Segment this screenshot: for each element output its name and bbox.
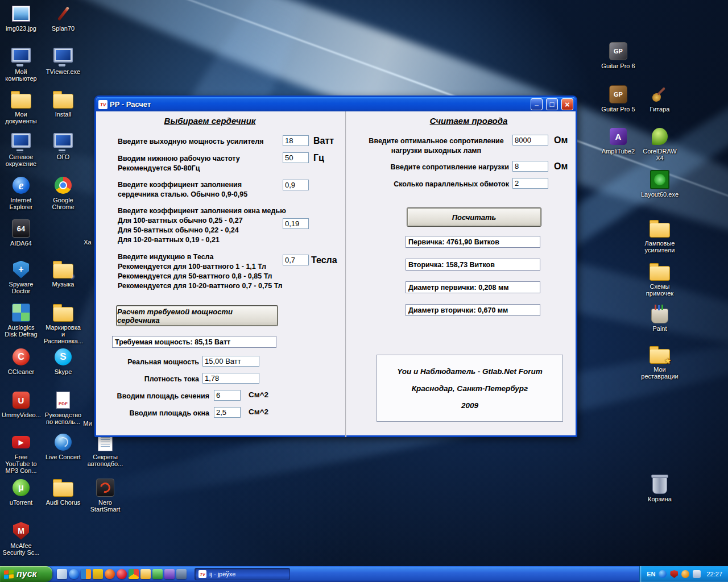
desktop-icon-my-computer[interactable]: Мой компьютер: [2, 47, 40, 82]
core-section-input[interactable]: [214, 390, 241, 401]
desktop-icon-markirovka[interactable]: Маркировка и Распиновка...: [44, 302, 82, 344]
music-folder-icon: ♪: [53, 264, 73, 278]
icon-label: CorelDRAW X4: [640, 148, 679, 161]
desktop-icon-spyware-doctor[interactable]: + Spyware Doctor: [2, 259, 40, 294]
window-titlebar[interactable]: Tv PP - Расчет: [96, 97, 576, 111]
ummy-video-icon: U: [13, 392, 30, 409]
volume-tray-icon[interactable]: [693, 570, 701, 578]
real-power-field[interactable]: [202, 356, 259, 367]
close-button[interactable]: [561, 98, 573, 110]
layout-icon: [650, 170, 669, 189]
guitar-pro-icon: GP: [609, 85, 627, 103]
icon-label: Google Chrome: [44, 197, 82, 210]
clock[interactable]: 22:27: [706, 571, 722, 577]
desktop-icon-tviewer[interactable]: TViewer.exe: [44, 47, 82, 75]
icon-label: AmpliTube2: [599, 148, 638, 155]
desktop-icon-moi-restavracii[interactable]: ★ Мои реставрации: [640, 344, 679, 380]
core-section-label: Вводим площадь сечения: [113, 392, 209, 400]
taskbar-app-button[interactable]: Tv іј - јрёўхе: [195, 568, 290, 580]
right-panel-heading: Считаем провода: [392, 116, 545, 126]
icon-label: ОГО: [44, 153, 82, 160]
desktop-icon-lampovye-usiliteli[interactable]: Ламповые усилители: [640, 218, 679, 253]
copper-fill-input[interactable]: [283, 218, 309, 229]
induction-unit: Тесла: [311, 255, 337, 265]
desktop-icon-skype[interactable]: S Skype: [44, 347, 82, 375]
minimize-button[interactable]: [531, 98, 543, 110]
icon-label: McAfee Security Sc...: [2, 542, 40, 556]
desktop-icon-layout60[interactable]: Layout60.exe: [640, 169, 679, 198]
quicklaunch-webcam-icon[interactable]: [152, 569, 163, 579]
steel-fill-label: Введите коэффициент заполнения: [118, 181, 242, 189]
desktop-icon-coreldraw-x4[interactable]: CorelDRAW X4: [640, 126, 679, 161]
frequency-input[interactable]: [283, 152, 309, 163]
load-resistance-input[interactable]: [512, 161, 548, 172]
quicklaunch-messenger-icon[interactable]: [164, 569, 175, 579]
quicklaunch-show-desktop-icon[interactable]: [57, 569, 67, 579]
desktop-icon-live-concert[interactable]: Live Concert: [44, 432, 82, 460]
desktop-icon-splan70[interactable]: Splan70: [44, 3, 82, 32]
window-area-unit: См^2: [249, 408, 268, 416]
induction-input[interactable]: [283, 255, 309, 265]
desktop-icon-nero[interactable]: Nero StartSmart: [86, 477, 125, 513]
desktop-icon-mcafee[interactable]: M McAfee Security Sc...: [2, 521, 40, 556]
ccleaner-icon: C: [13, 348, 30, 365]
start-button[interactable]: пуск: [0, 566, 52, 582]
maximize-button[interactable]: [546, 98, 558, 110]
steel-fill-input[interactable]: [283, 180, 309, 190]
icon-label: Ламповые усилители: [640, 240, 679, 253]
computer-icon: [53, 133, 73, 148]
desktop-icon-sekrety[interactable]: Секреты автоподбо...: [86, 432, 125, 467]
folder-icon: [650, 223, 670, 238]
desktop-icon-guitar-pro-5[interactable]: GP Guitar Pro 5: [599, 84, 638, 113]
parallel-windings-input[interactable]: [512, 178, 548, 189]
teamviewer-tray-icon[interactable]: [659, 570, 667, 578]
globe-icon: [55, 434, 72, 451]
quicklaunch-internet-explorer-icon[interactable]: [69, 569, 79, 579]
antivirus-tray-icon[interactable]: [670, 570, 678, 578]
desktop-icon-auslogics-defrag[interactable]: Auslogics Disk Defrag: [2, 302, 40, 338]
window-area-input[interactable]: [214, 407, 241, 418]
nero-icon: [96, 479, 114, 497]
desktop-icon-network[interactable]: Сетевое окружение: [2, 132, 40, 167]
wire-calc-button[interactable]: Посчитать: [407, 208, 541, 226]
update-tray-icon[interactable]: [681, 570, 689, 578]
frequency-hint: Рекомендуется 50-80Гц: [118, 164, 200, 172]
desktop-icon-recycle-bin[interactable]: Корзина: [640, 474, 679, 502]
desktop-icon-ogo[interactable]: ОГО: [44, 132, 82, 160]
desktop-icon-audi-chorus[interactable]: Audi Chorus: [44, 477, 82, 506]
core-power-calc-button[interactable]: Расчет требуемой мощности сердечника: [117, 306, 278, 326]
icon-label: Audi Chorus: [44, 499, 82, 506]
quicklaunch-explorer-icon[interactable]: [176, 569, 187, 579]
icon-label: img023.jpg: [2, 25, 40, 32]
quicklaunch-folder-icon[interactable]: [140, 569, 151, 579]
quicklaunch-firefox-icon[interactable]: [105, 569, 115, 579]
desktop-icon-my-documents[interactable]: Мои документы: [2, 89, 40, 124]
desktop-icon-aida64[interactable]: 64 AIDA64: [2, 218, 40, 247]
desktop-icon-paint[interactable]: Paint: [640, 304, 679, 332]
desktop-icon-amplitube2[interactable]: A AmpliTube2: [599, 126, 638, 155]
desktop-icon-ummyvideo[interactable]: U UmmyVideo...: [2, 390, 40, 418]
quicklaunch-chrome-icon[interactable]: [129, 569, 139, 579]
desktop-icon-ccleaner[interactable]: C CCleaner: [2, 347, 40, 375]
quicklaunch-media-player-icon[interactable]: [81, 569, 91, 579]
desktop-icon-free-youtube-mp3[interactable]: ▶ Free YouTube to MP3 Con...: [2, 432, 40, 474]
optimal-impedance-input[interactable]: [512, 135, 548, 146]
quicklaunch-winamp-icon[interactable]: [93, 569, 103, 579]
desktop-icon-img023[interactable]: img023.jpg: [2, 3, 40, 32]
desktop-icon-guitar-pro-6[interactable]: GP Guitar Pro 6: [599, 41, 638, 69]
quicklaunch-opera-icon[interactable]: [117, 569, 127, 579]
quick-launch: [52, 569, 191, 579]
desktop-icon-music[interactable]: ♪ Музыка: [44, 259, 82, 288]
monitor-icon: [53, 48, 73, 63]
desktop-icon-install[interactable]: Install: [44, 89, 82, 118]
desktop-icon-google-chrome[interactable]: Google Chrome: [44, 175, 82, 210]
current-density-field[interactable]: [202, 373, 259, 384]
desktop-icon-gitara[interactable]: Гитара: [640, 84, 679, 113]
icon-label: Guitar Pro 5: [599, 106, 638, 113]
mcafee-shield-icon: M: [13, 522, 29, 540]
desktop-icon-internet-explorer[interactable]: e Internet Explorer: [2, 175, 40, 210]
output-power-input[interactable]: [283, 135, 309, 146]
language-indicator[interactable]: EN: [647, 571, 655, 577]
desktop-icon-utorrent[interactable]: µ uTorrent: [2, 477, 40, 506]
desktop-icon-shemy-primochek[interactable]: Схемы примочек: [640, 261, 679, 297]
